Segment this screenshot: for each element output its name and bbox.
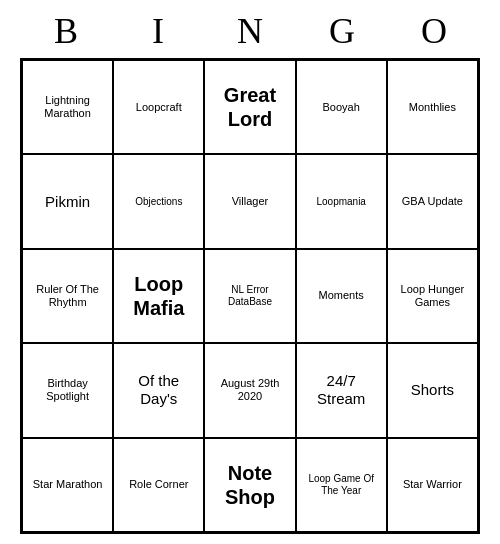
bingo-cell: Loop Hunger Games (387, 249, 478, 343)
bingo-cell: Loop Game Of The Year (296, 438, 387, 532)
bingo-cell: Loop Mafia (113, 249, 204, 343)
bingo-cell: Of the Day's (113, 343, 204, 437)
bingo-cell: Loopcraft (113, 60, 204, 154)
bingo-cell: Monthlies (387, 60, 478, 154)
bingo-letter: N (210, 10, 290, 52)
bingo-cell: Objections (113, 154, 204, 248)
bingo-cell: Lightning Marathon (22, 60, 113, 154)
bingo-cell: Note Shop (204, 438, 295, 532)
bingo-letter: B (26, 10, 106, 52)
bingo-cell: Loopmania (296, 154, 387, 248)
bingo-cell: Moments (296, 249, 387, 343)
bingo-grid: Lightning MarathonLoopcraftGreat LordBoo… (20, 58, 480, 534)
bingo-cell: Star Warrior (387, 438, 478, 532)
bingo-letter: I (118, 10, 198, 52)
bingo-letter: O (394, 10, 474, 52)
bingo-letter: G (302, 10, 382, 52)
bingo-cell: Ruler Of The Rhythm (22, 249, 113, 343)
bingo-cell: 24/7 Stream (296, 343, 387, 437)
bingo-cell: August 29th 2020 (204, 343, 295, 437)
bingo-header: BINGO (20, 0, 480, 58)
bingo-cell: Villager (204, 154, 295, 248)
bingo-cell: Birthday Spotlight (22, 343, 113, 437)
bingo-cell: GBA Update (387, 154, 478, 248)
bingo-cell: Role Corner (113, 438, 204, 532)
bingo-cell: Shorts (387, 343, 478, 437)
bingo-cell: Pikmin (22, 154, 113, 248)
bingo-cell: Star Marathon (22, 438, 113, 532)
bingo-cell: NL Error DataBase (204, 249, 295, 343)
bingo-cell: Great Lord (204, 60, 295, 154)
bingo-cell: Booyah (296, 60, 387, 154)
